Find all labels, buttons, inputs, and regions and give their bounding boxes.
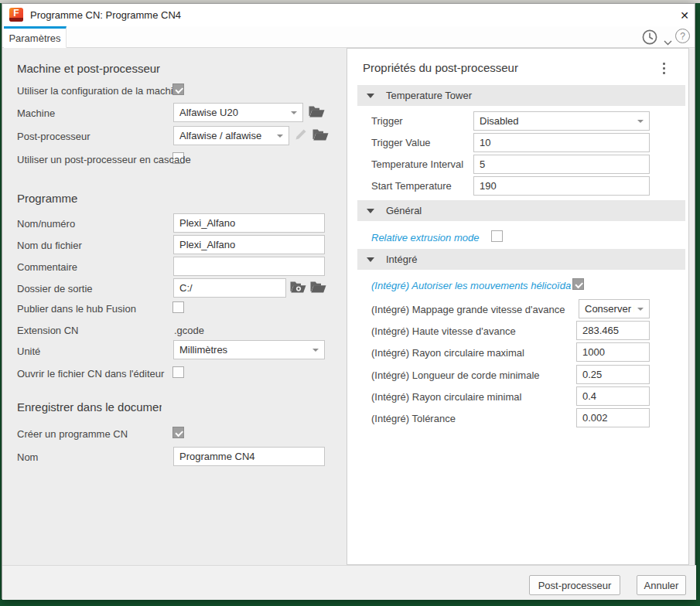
start-temperature-input[interactable]: 190 — [473, 176, 650, 196]
dropdown-caret-icon — [637, 308, 644, 311]
trigger-dropdown-value: Disabled — [480, 115, 519, 127]
tolerance-label: (Intégré) Tolérance — [371, 413, 456, 424]
trigger-dropdown[interactable]: Disabled — [473, 111, 650, 131]
start-temperature-label: Start Temperature — [371, 180, 452, 192]
post-processor-dropdown-value: Alfawise / alfawise — [179, 130, 261, 141]
max-circular-radius-input[interactable]: 1000 — [576, 342, 650, 362]
dropdown-caret-icon — [277, 134, 283, 138]
min-circular-radius-label: (Intégré) Rayon circulaire minimal — [371, 391, 521, 403]
output-folder-label: Dossier de sortie — [17, 283, 93, 294]
relative-extrusion-checkbox[interactable] — [491, 230, 503, 242]
edit-pencil-icon[interactable] — [295, 128, 308, 141]
allow-helical-label: (Intégré) Autoriser les mouvements hélic… — [371, 280, 571, 291]
section-temperature-tower[interactable]: Temperature Tower — [357, 85, 685, 106]
comment-label: Commentaire — [17, 261, 77, 273]
cancel-button[interactable]: Annuler — [637, 575, 686, 595]
machine-dropdown[interactable]: Alfawise U20 — [173, 103, 303, 122]
min-chord-length-label: (Intégré) Longueur de corde minimale — [371, 369, 540, 381]
name-number-label: Nom/numéro — [17, 218, 75, 230]
temperature-interval-input[interactable]: 5 — [473, 155, 650, 174]
use-machine-config-checkbox[interactable] — [172, 83, 184, 95]
tab-parametres[interactable]: Paramètres — [4, 26, 67, 48]
machine-label: Machine — [17, 107, 55, 119]
output-folder-open-icon[interactable] — [310, 281, 326, 294]
open-in-editor-label: Ouvrir le fichier CN dans l'éditeur — [17, 368, 164, 380]
section-integrated-label: Intégré — [386, 254, 417, 265]
tolerance-input[interactable]: 0.002 — [576, 408, 650, 427]
create-program-label: Créer un programme CN — [17, 428, 128, 440]
post-processor-button[interactable]: Post-processeur — [529, 575, 620, 595]
window-title: Programme CN: Programme CN4 — [30, 9, 181, 21]
cascade-post-label: Utiliser un post-processeur en cascade — [17, 154, 191, 165]
trigger-label: Trigger — [371, 115, 403, 127]
comment-input[interactable] — [173, 257, 325, 276]
unit-label: Unité — [17, 346, 40, 357]
open-in-editor-checkbox[interactable] — [172, 366, 184, 378]
nc-extension-label: Extension CN — [17, 325, 78, 336]
tab-bar: Paramètres ? — [2, 26, 695, 48]
publish-hub-checkbox[interactable] — [172, 301, 184, 313]
high-feedrate-label: (Intégré) Haute vitesse d'avance — [371, 325, 516, 337]
machine-folder-icon[interactable] — [309, 105, 325, 118]
trigger-value-input[interactable]: 10 — [473, 133, 650, 152]
trigger-value-label: Trigger Value — [371, 137, 431, 148]
post-processor-label: Post-processeur — [17, 131, 90, 142]
section-general[interactable]: Général — [357, 200, 685, 221]
title-bar: F Programme CN: Programme CN4 ✕ — [2, 4, 695, 26]
dialog-footer: Post-processeur Annuler — [2, 565, 696, 600]
program-name-input[interactable]: Programme CN4 — [173, 447, 325, 466]
collapse-triangle-icon — [367, 94, 374, 98]
section-title-save: Enregistrer dans le document — [17, 400, 162, 414]
unit-dropdown[interactable]: Millimètres — [173, 340, 325, 359]
program-name-label: Nom — [17, 451, 38, 463]
temperature-interval-label: Temperature Interval — [371, 158, 463, 170]
output-folder-input[interactable]: C:/ — [173, 278, 286, 298]
left-panel: Machine et post-processeur Utiliser la c… — [2, 48, 347, 565]
relative-extrusion-label: Relative extrusion mode — [371, 232, 479, 243]
collapse-triangle-icon — [367, 257, 374, 262]
fusion-logo-icon: F — [9, 8, 23, 22]
dropdown-caret-icon — [312, 349, 319, 352]
close-icon[interactable]: ✕ — [676, 7, 693, 24]
min-chord-length-input[interactable]: 0.25 — [576, 365, 650, 384]
name-number-input[interactable]: Plexi_Alfano — [173, 213, 325, 233]
min-circular-radius-input[interactable]: 0.4 — [576, 386, 650, 406]
dropdown-caret-icon — [291, 111, 297, 114]
unit-dropdown-value: Millimètres — [179, 344, 227, 356]
chevron-down-icon[interactable] — [664, 35, 672, 49]
section-general-label: Général — [386, 205, 422, 216]
use-machine-config-label: Utiliser la configuration de la machine — [17, 85, 172, 97]
create-program-checkbox[interactable] — [172, 427, 184, 438]
file-name-label: Nom du fichier — [17, 240, 82, 251]
nc-extension-value: .gcode — [174, 325, 204, 336]
kebab-menu-icon[interactable] — [658, 60, 669, 77]
section-integrated[interactable]: Intégré — [357, 249, 685, 270]
collapse-triangle-icon — [367, 209, 374, 213]
file-name-input[interactable]: Plexi_Alfano — [173, 235, 325, 254]
high-feed-mapping-label: (Intégré) Mappage grande vitesse d'avanc… — [371, 304, 565, 315]
section-title-program: Programme — [17, 192, 77, 205]
folder-preview-eye-icon[interactable] — [290, 281, 306, 294]
allow-helical-checkbox[interactable] — [572, 278, 584, 290]
machine-dropdown-value: Alfawise U20 — [179, 107, 238, 118]
high-feed-mapping-value: Conserver l — [585, 303, 634, 315]
dropdown-caret-icon — [637, 120, 644, 123]
high-feedrate-input[interactable]: 283.465 — [576, 321, 650, 340]
max-circular-radius-label: (Intégré) Rayon circulaire maximal — [371, 347, 524, 359]
tab-parametres-label: Paramètres — [9, 32, 60, 44]
post-properties-panel: Propriétés du post-processeur Temperatur… — [347, 48, 689, 565]
post-properties-title: Propriétés du post-processeur — [363, 61, 518, 74]
publish-hub-label: Publier dans le hub Fusion — [17, 303, 136, 315]
post-processor-dropdown[interactable]: Alfawise / alfawise — [173, 126, 289, 145]
nc-program-dialog: F Programme CN: Programme CN4 ✕ Paramètr… — [2, 3, 695, 599]
history-clock-icon[interactable] — [641, 29, 658, 49]
help-icon[interactable]: ? — [675, 29, 690, 43]
dialog-content: Machine et post-processeur Utiliser la c… — [2, 48, 695, 565]
section-title-machine: Machine et post-processeur — [17, 62, 160, 75]
post-processor-folder-icon[interactable] — [312, 128, 329, 141]
high-feed-mapping-dropdown[interactable]: Conserver l — [579, 299, 650, 318]
section-temperature-tower-label: Temperature Tower — [386, 90, 472, 101]
